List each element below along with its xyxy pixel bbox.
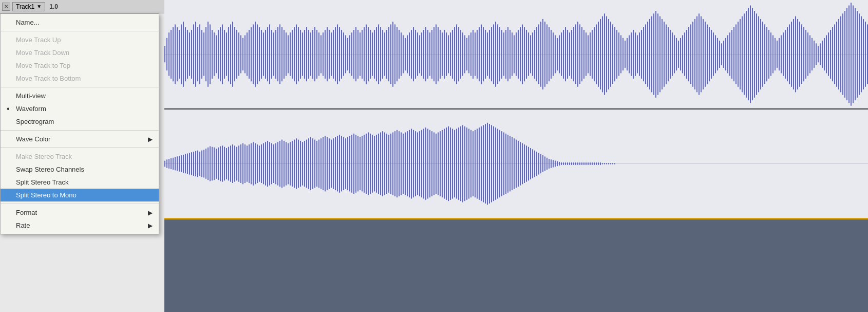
svg-rect-72 [308, 30, 309, 79]
svg-rect-556 [594, 162, 595, 165]
svg-rect-320 [818, 46, 819, 63]
svg-rect-415 [304, 141, 305, 187]
svg-rect-549 [579, 162, 580, 165]
svg-rect-517 [514, 138, 515, 189]
svg-rect-319 [816, 43, 817, 65]
svg-rect-269 [713, 32, 714, 76]
svg-rect-405 [284, 141, 285, 187]
svg-rect-369 [210, 146, 211, 181]
svg-rect-49 [261, 30, 262, 79]
svg-rect-199 [569, 32, 570, 76]
svg-rect-160 [489, 30, 490, 79]
menu-item-multiview[interactable]: Multi-view [1, 89, 159, 102]
svg-rect-489 [456, 129, 457, 199]
menu-item-name[interactable]: Name... [1, 16, 159, 29]
svg-rect-267 [709, 27, 710, 82]
svg-rect-394 [261, 144, 262, 183]
svg-rect-6 [173, 27, 174, 82]
svg-rect-408 [290, 142, 291, 185]
svg-rect-359 [189, 153, 190, 174]
svg-rect-110 [386, 30, 387, 79]
svg-rect-76 [316, 30, 317, 79]
svg-rect-471 [419, 131, 420, 196]
menu-item-split-mono[interactable]: Split Stereo to Mono [1, 189, 159, 201]
svg-rect-322 [822, 41, 823, 68]
svg-rect-402 [277, 142, 278, 185]
svg-rect-476 [429, 130, 430, 197]
menu-item-waveform[interactable]: Waveform [1, 102, 159, 115]
svg-rect-490 [458, 127, 459, 200]
svg-rect-163 [495, 22, 496, 87]
svg-rect-64 [292, 30, 293, 79]
menu-item-rate[interactable]: Rate▶ [1, 219, 159, 232]
svg-rect-29 [220, 27, 221, 82]
track-name-dropdown-button[interactable]: Track1 ▼ [12, 2, 45, 11]
svg-rect-373 [218, 148, 219, 180]
menu-item-label-wave-color: Wave Color [16, 135, 50, 143]
svg-rect-427 [329, 138, 330, 189]
svg-rect-246 [666, 24, 667, 84]
svg-rect-63 [290, 32, 291, 76]
svg-rect-170 [510, 30, 511, 79]
svg-rect-32 [226, 32, 227, 76]
svg-rect-419 [312, 138, 313, 189]
svg-rect-543 [567, 162, 568, 165]
svg-rect-466 [409, 130, 410, 197]
svg-rect-298 [772, 35, 773, 74]
svg-rect-429 [333, 138, 334, 189]
svg-rect-521 [522, 143, 523, 185]
svg-rect-232 [637, 35, 638, 74]
svg-rect-210 [592, 30, 593, 79]
svg-rect-94 [353, 30, 354, 79]
svg-rect-300 [777, 41, 778, 68]
svg-rect-526 [532, 149, 533, 178]
svg-rect-229 [631, 32, 632, 76]
svg-rect-553 [588, 162, 589, 165]
svg-rect-371 [214, 148, 215, 180]
svg-rect-442 [360, 137, 361, 190]
svg-rect-247 [668, 27, 669, 82]
svg-rect-347 [164, 161, 165, 167]
svg-rect-450 [376, 135, 377, 193]
svg-rect-198 [567, 30, 568, 79]
svg-rect-112 [390, 24, 391, 84]
menu-item-spectrogram[interactable]: Spectrogram [1, 115, 159, 128]
svg-rect-457 [390, 134, 391, 194]
svg-rect-228 [629, 35, 630, 74]
menu-item-split-stereo[interactable]: Split Stereo Track [1, 176, 159, 189]
svg-rect-143 [454, 27, 455, 82]
svg-rect-137 [442, 32, 443, 76]
svg-rect-420 [314, 140, 315, 188]
svg-rect-193 [557, 38, 558, 70]
menu-item-label-move-bottom: Move Track to Bottom [16, 75, 81, 82]
svg-rect-487 [452, 129, 453, 199]
svg-rect-486 [450, 127, 451, 200]
svg-rect-537 [555, 161, 556, 167]
svg-rect-536 [553, 160, 554, 167]
svg-rect-158 [485, 30, 486, 79]
svg-rect-296 [768, 30, 769, 79]
menu-item-swap-stereo[interactable]: Swap Stereo Channels [1, 163, 159, 176]
svg-rect-562 [606, 163, 607, 164]
svg-rect-105 [376, 27, 377, 82]
svg-rect-15 [191, 30, 192, 79]
menu-item-format[interactable]: Format▶ [1, 206, 159, 219]
svg-rect-496 [470, 130, 471, 197]
svg-rect-329 [836, 22, 837, 87]
svg-rect-387 [247, 145, 248, 181]
svg-rect-135 [438, 27, 439, 82]
menu-item-label-swap-stereo: Swap Stereo Channels [16, 166, 84, 173]
track-close-button[interactable]: ✕ [2, 3, 10, 11]
svg-rect-386 [244, 144, 246, 183]
svg-rect-376 [224, 147, 225, 181]
svg-rect-238 [649, 19, 650, 89]
svg-rect-207 [586, 32, 587, 76]
svg-rect-257 [688, 27, 689, 82]
svg-rect-451 [378, 134, 379, 194]
svg-rect-89 [343, 32, 344, 76]
svg-rect-154 [477, 30, 478, 79]
svg-rect-453 [382, 131, 383, 196]
svg-rect-395 [263, 143, 264, 185]
menu-item-wave-color[interactable]: Wave Color▶ [1, 133, 159, 145]
svg-rect-325 [828, 32, 829, 76]
